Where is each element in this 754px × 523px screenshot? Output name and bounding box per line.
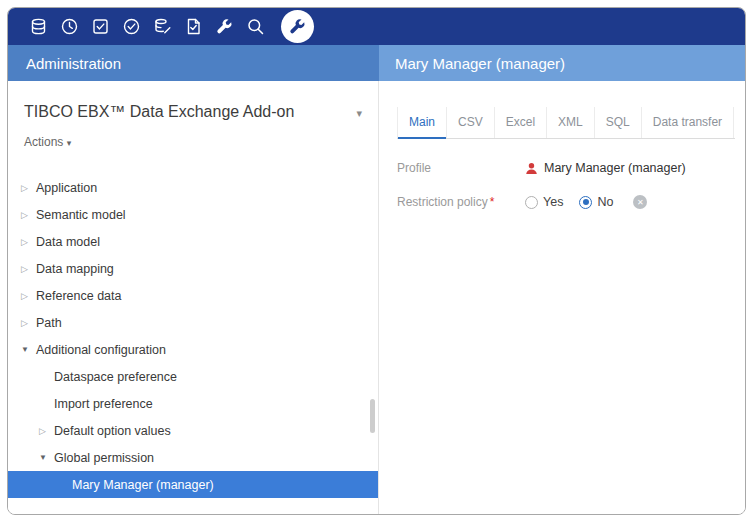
database-icon[interactable] (28, 17, 48, 37)
tree-item-data-model[interactable]: Data model (8, 228, 378, 255)
content-row: TIBCO EBX™ Data Exchange Add-on Actions … (8, 81, 745, 514)
page-title: TIBCO EBX™ Data Exchange Add-on (24, 103, 294, 121)
tree-item-reference-data[interactable]: Reference data (8, 282, 378, 309)
profile-value-text: Mary Manager (manager) (544, 161, 686, 175)
chevron-right-icon[interactable] (21, 210, 36, 220)
profile-value: Mary Manager (manager) (525, 161, 686, 175)
tree-item-import-preference[interactable]: Import preference (8, 390, 378, 417)
restriction-policy-radio-group: Yes No (525, 195, 647, 209)
database-edit-icon[interactable] (152, 17, 172, 37)
left-pane-header: Administration (8, 45, 379, 81)
tree-item-label: Data model (36, 235, 100, 249)
tree-item-label: Path (36, 316, 62, 330)
tab-bar: Main CSV Excel XML SQL Data transfer (397, 107, 735, 139)
restriction-policy-label: Restriction policy* (397, 195, 525, 209)
right-pane-title: Mary Manager (manager) (395, 55, 565, 72)
chevron-down-icon[interactable] (39, 453, 54, 462)
wrench-icon[interactable] (214, 17, 234, 37)
profile-row: Profile Mary Manager (manager) (397, 155, 735, 181)
tree-item-dataspace-preference[interactable]: Dataspace preference (8, 363, 378, 390)
left-pane-title: Administration (26, 55, 121, 72)
tree-item-default-option-values[interactable]: Default option values (8, 417, 378, 444)
tab-label: SQL (606, 115, 630, 129)
profile-label: Profile (397, 161, 525, 175)
sidebar-title-row: TIBCO EBX™ Data Exchange Add-on (8, 103, 378, 121)
wrench-active-icon[interactable] (281, 10, 314, 43)
radio-yes[interactable] (525, 196, 538, 209)
radio-no-label: No (597, 195, 613, 209)
search-icon[interactable] (245, 17, 265, 37)
tab-label: CSV (458, 115, 483, 129)
tree-item-global-permission[interactable]: Global permission (8, 444, 378, 471)
tree-item-additional-configuration[interactable]: Additional configuration (8, 336, 378, 363)
scrollbar-thumb[interactable] (370, 399, 375, 433)
tree-item-semantic-model[interactable]: Semantic model (8, 201, 378, 228)
actions-menu-button[interactable]: Actions (24, 135, 71, 149)
checkbox-icon[interactable] (90, 17, 110, 37)
tab-label: XML (558, 115, 583, 129)
tree-item-label: Mary Manager (manager) (72, 478, 214, 492)
tree-item-label: Data mapping (36, 262, 114, 276)
chevron-right-icon[interactable] (21, 237, 36, 247)
tab-data-transfer[interactable]: Data transfer (642, 107, 734, 138)
chevron-right-icon[interactable] (39, 426, 54, 436)
chevron-down-icon[interactable] (21, 345, 36, 354)
tab-label: Excel (506, 115, 535, 129)
tree-item-label: Semantic model (36, 208, 126, 222)
clock-icon[interactable] (59, 17, 79, 37)
chevron-down-icon[interactable] (356, 103, 362, 121)
tree-item-label: Default option values (54, 424, 171, 438)
required-marker: * (490, 195, 495, 209)
main-form: Profile Mary Manager (manager) Res (397, 155, 735, 215)
app-window: Administration Mary Manager (manager) TI… (7, 7, 746, 515)
clear-selection-icon[interactable] (633, 195, 647, 209)
tree-item-label: Additional configuration (36, 343, 166, 357)
header-row: Administration Mary Manager (manager) (8, 45, 745, 81)
chevron-right-icon[interactable] (21, 291, 36, 301)
chevron-right-icon[interactable] (21, 318, 36, 328)
navigation-tree: Application Semantic model Data model Da… (8, 174, 378, 498)
tree-item-label: Reference data (36, 289, 121, 303)
main-pane: Main CSV Excel XML SQL Data transfer (379, 81, 745, 514)
actions-label: Actions (24, 135, 63, 149)
tab-main[interactable]: Main (397, 107, 447, 138)
chevron-right-icon[interactable] (21, 183, 36, 193)
tab-csv[interactable]: CSV (447, 107, 495, 138)
radio-option-yes[interactable]: Yes (525, 195, 563, 209)
tree-item-label: Application (36, 181, 97, 195)
tab-sql[interactable]: SQL (595, 107, 642, 138)
sidebar: TIBCO EBX™ Data Exchange Add-on Actions … (8, 81, 379, 514)
tab-label: Data transfer (653, 115, 722, 129)
tab-label: Main (409, 115, 435, 129)
right-pane-header: Mary Manager (manager) (379, 45, 745, 81)
chevron-right-icon[interactable] (21, 264, 36, 274)
tree-item-path[interactable]: Path (8, 309, 378, 336)
tree-item-label: Global permission (54, 451, 154, 465)
tree-item-label: Dataspace preference (54, 370, 177, 384)
tree-item-label: Import preference (54, 397, 153, 411)
top-toolbar (8, 8, 745, 45)
tree-item-application[interactable]: Application (8, 174, 378, 201)
tab-excel[interactable]: Excel (495, 107, 547, 138)
radio-yes-label: Yes (543, 195, 563, 209)
tree-item-mary-manager[interactable]: Mary Manager (manager) (8, 471, 378, 498)
profile-icon (525, 162, 538, 175)
restriction-policy-row: Restriction policy* Yes No (397, 189, 735, 215)
check-circle-icon[interactable] (121, 17, 141, 37)
document-check-icon[interactable] (183, 17, 203, 37)
radio-no[interactable] (579, 196, 592, 209)
tree-item-data-mapping[interactable]: Data mapping (8, 255, 378, 282)
radio-option-no[interactable]: No (579, 195, 613, 209)
tab-xml[interactable]: XML (547, 107, 595, 138)
